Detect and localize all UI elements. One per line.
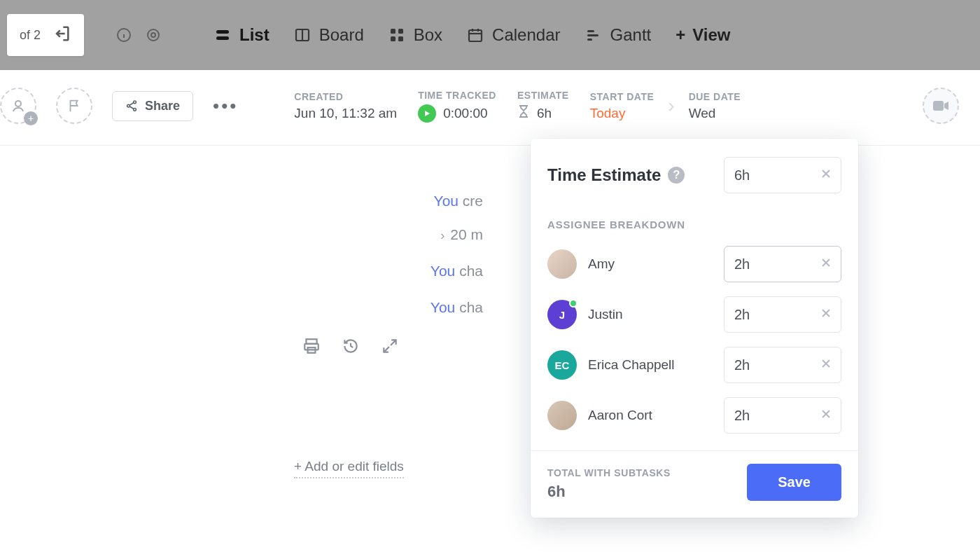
you-link[interactable]: You <box>430 299 455 315</box>
video-call-button[interactable] <box>923 88 959 124</box>
estimate-col[interactable]: ESTIMATE 6h <box>517 90 569 122</box>
tab-gantt[interactable]: Gantt <box>585 25 652 45</box>
info-icon[interactable] <box>115 27 132 43</box>
plus-badge-icon: + <box>24 111 38 125</box>
svg-point-3 <box>148 29 159 41</box>
created-label: CREATED <box>294 91 397 102</box>
estimate-value: 6h <box>517 104 569 122</box>
activity-line-3: You cha <box>430 263 483 280</box>
assignee-section-label: ASSIGNEE BREAKDOWN <box>531 199 858 239</box>
assignee-row: Amy <box>531 239 858 289</box>
svg-rect-11 <box>391 36 396 41</box>
exit-icon[interactable] <box>52 24 71 46</box>
tab-calendar[interactable]: Calendar <box>467 25 560 45</box>
add-fields-button[interactable]: + Add or edit fields <box>294 459 404 478</box>
svg-rect-9 <box>391 29 396 34</box>
add-view-button[interactable]: + View <box>676 25 730 45</box>
task-meta-row: + Share ••• CREATED Jun 10, 11:32 am TIM… <box>0 70 980 146</box>
pager-text: of 2 <box>20 28 41 43</box>
activity-line-4: You cha <box>430 299 483 316</box>
svg-rect-5 <box>216 30 229 34</box>
popover-title-text: Time Estimate <box>547 165 661 185</box>
clear-icon[interactable] <box>819 306 833 323</box>
play-icon[interactable] <box>418 104 436 123</box>
time-estimate-popover: Time Estimate ? ASSIGNEE BREAKDOWN Amy J <box>531 139 858 518</box>
clear-estimate-button[interactable] <box>819 167 833 184</box>
assignee-row: Aaron Cort <box>531 390 858 441</box>
history-icon[interactable] <box>342 337 360 355</box>
activity-text: cre <box>458 193 483 209</box>
assignee-time-field <box>724 246 841 282</box>
clear-icon[interactable] <box>819 357 833 373</box>
svg-rect-6 <box>216 36 229 40</box>
tracked-time-text: 0:00:00 <box>443 106 487 121</box>
svg-marker-26 <box>425 111 430 116</box>
assignee-name: Amy <box>588 256 615 272</box>
assignee-time-field <box>724 397 841 434</box>
you-link[interactable]: You <box>434 193 458 209</box>
share-label: Share <box>145 99 180 113</box>
avatar: J <box>547 300 577 329</box>
you-link[interactable]: You <box>430 263 455 279</box>
assignee-info: Aaron Cort <box>547 401 652 430</box>
tracked-value: 0:00:00 <box>418 104 496 123</box>
more-menu-button[interactable]: ••• <box>213 95 238 117</box>
svg-rect-17 <box>587 30 594 32</box>
start-label: START DATE <box>590 91 654 102</box>
tab-list-label: List <box>239 25 270 45</box>
svg-marker-28 <box>944 102 948 110</box>
activity-line-1: You cre <box>434 193 483 209</box>
svg-rect-19 <box>587 39 592 41</box>
time-tracked-col[interactable]: TIME TRACKED 0:00:00 <box>418 90 496 123</box>
priority-flag-button[interactable] <box>56 88 92 124</box>
target-icon[interactable] <box>145 27 162 43</box>
start-date-col[interactable]: START DATE Today <box>590 91 654 121</box>
tab-list[interactable]: List <box>214 25 270 45</box>
clear-icon[interactable] <box>819 256 833 272</box>
svg-point-20 <box>15 101 21 106</box>
svg-line-24 <box>130 103 134 106</box>
svg-rect-18 <box>587 34 598 36</box>
tab-box-label: Box <box>414 25 442 45</box>
add-view-label: View <box>692 25 730 45</box>
popover-footer: TOTAL WITH SUBTASKS 6h Save <box>531 450 858 518</box>
expand-icon[interactable] <box>381 337 399 355</box>
popover-title: Time Estimate ? <box>547 165 685 185</box>
start-value: Today <box>590 106 654 121</box>
due-value: Wed <box>689 106 741 121</box>
assignee-info: EC Erica Chappell <box>547 350 675 380</box>
footer-value: 6h <box>547 483 671 501</box>
hourglass-icon <box>517 104 530 122</box>
footer-label: TOTAL WITH SUBTASKS <box>547 467 671 478</box>
tab-box[interactable]: Box <box>388 25 442 45</box>
activity-actions <box>0 337 399 355</box>
activity-text: 20 m <box>450 226 483 242</box>
assignee-info: J Justin <box>547 300 623 329</box>
activity-feed: You cre ›20 m You cha You cha <box>0 154 525 355</box>
avatar-initials: EC <box>555 359 570 371</box>
clear-icon[interactable] <box>819 407 833 424</box>
help-icon[interactable]: ? <box>668 167 685 184</box>
avatar <box>547 249 577 279</box>
nav-misc-icons <box>115 27 162 43</box>
total-estimate-field <box>724 157 841 193</box>
created-value: Jun 10, 11:32 am <box>294 106 397 121</box>
assignee-name: Aaron Cort <box>588 408 652 423</box>
assignee-info: Amy <box>547 249 615 279</box>
assignee-row: EC Erica Chappell <box>531 340 858 390</box>
svg-line-25 <box>130 106 134 109</box>
assignee-row: J Justin <box>531 289 858 340</box>
pager-pill: of 2 <box>7 14 84 56</box>
footer-total: TOTAL WITH SUBTASKS 6h <box>547 467 671 501</box>
tab-gantt-label: Gantt <box>610 25 652 45</box>
view-tabs: List Board Box Calendar Gantt + View <box>214 25 730 45</box>
share-button[interactable]: Share <box>112 91 193 121</box>
popover-header: Time Estimate ? <box>531 139 858 199</box>
due-date-col[interactable]: DUE DATE Wed <box>689 91 741 121</box>
chevron-right-icon: › <box>440 228 444 242</box>
tab-board[interactable]: Board <box>294 25 364 45</box>
print-icon[interactable] <box>302 337 321 355</box>
svg-rect-30 <box>304 344 318 350</box>
add-assignee-button[interactable]: + <box>0 88 36 124</box>
save-button[interactable]: Save <box>747 464 841 501</box>
